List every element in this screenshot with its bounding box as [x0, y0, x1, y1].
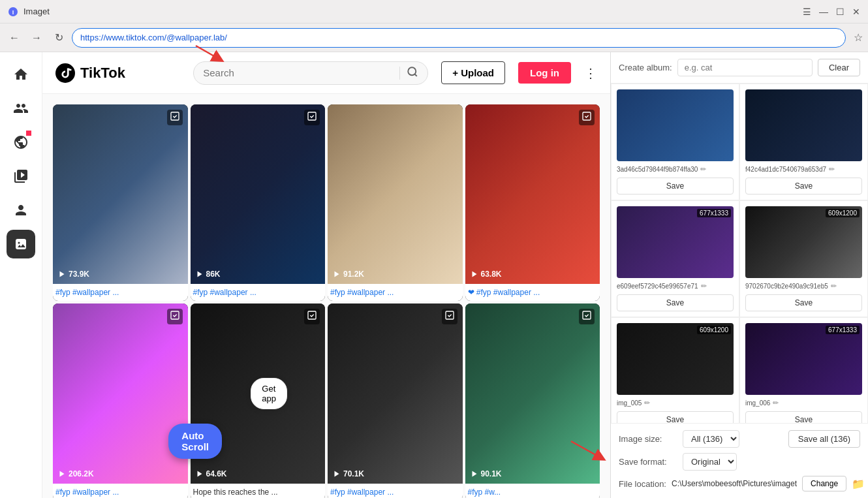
- right-panel-footer: Image size: All (136) Save all (136) Sav…: [611, 423, 868, 498]
- edit-icon[interactable]: ✏: [644, 399, 650, 407]
- change-path-button[interactable]: Change: [802, 476, 846, 491]
- image-size-badge: 609x1200: [697, 326, 731, 334]
- video-thumbnail: 91.2K: [328, 104, 463, 284]
- video-thumbnail: 90.1K: [465, 303, 600, 483]
- auto-scroll-button[interactable]: Auto Scroll: [168, 424, 222, 459]
- image-id: 9702670c9b2e490a9c91eb5 ✏: [745, 282, 862, 290]
- right-panel-header: Create album: Clear: [611, 52, 868, 84]
- video-thumbnail: 206.2K: [53, 303, 188, 483]
- right-image-thumbnail: 677x1333: [617, 206, 734, 278]
- save-image-button[interactable]: Save: [745, 411, 862, 423]
- right-image-thumbnail: 677x1333: [745, 323, 862, 395]
- get-app-button[interactable]: Get app: [251, 378, 287, 409]
- video-card[interactable]: 90.1K #fyp #w...: [465, 303, 600, 498]
- right-image-thumbnail: [617, 89, 734, 161]
- save-overlay[interactable]: [167, 110, 183, 125]
- album-input[interactable]: [677, 59, 813, 76]
- folder-icon[interactable]: 📁: [852, 478, 865, 490]
- save-image-button[interactable]: Save: [745, 178, 862, 195]
- save-image-button[interactable]: Save: [617, 294, 734, 311]
- video-views: 91.2K: [333, 270, 364, 279]
- edit-icon[interactable]: ✏: [701, 282, 707, 290]
- sidebar-item-home[interactable]: [7, 60, 35, 89]
- svg-text:I: I: [12, 9, 14, 16]
- video-card[interactable]: 63.8K ❤ #fyp #wallpaper ...: [465, 104, 600, 301]
- svg-rect-10: [308, 112, 316, 120]
- image-size-row: Image size: All (136) Save all (136): [619, 430, 860, 448]
- url-bar[interactable]: https://www.tiktok.com/@wallpaper.lab/: [72, 28, 846, 48]
- search-input[interactable]: [203, 67, 393, 78]
- svg-point-5: [55, 63, 75, 83]
- upload-button[interactable]: + Upload: [441, 61, 505, 84]
- video-card[interactable]: 73.9K #fyp #wallpaper ...: [53, 104, 188, 301]
- main-content: TikTok + Upload Log in ⋮ 73.9: [0, 52, 868, 498]
- more-options-icon[interactable]: ⋮: [584, 65, 597, 81]
- close-button[interactable]: ✕: [852, 7, 860, 17]
- back-button[interactable]: ←: [5, 29, 23, 47]
- video-card[interactable]: 70.1K #fyp #wallpaper ...: [328, 303, 463, 498]
- right-image-thumbnail: [745, 89, 862, 161]
- video-card[interactable]: 91.2K #fyp #wallpaper ...: [328, 104, 463, 301]
- video-caption: #fyp #w...: [465, 484, 600, 498]
- right-image-item: 677x1333 e609eef5729c45e99657e71 ✏ Save: [611, 200, 739, 317]
- video-card[interactable]: 86K #fyp #wallpaper ...: [191, 104, 326, 301]
- save-overlay[interactable]: [442, 309, 457, 324]
- save-overlay[interactable]: [304, 309, 320, 324]
- maximize-button[interactable]: ☐: [836, 7, 845, 17]
- image-size-label: Image size:: [619, 434, 677, 444]
- app-icon: I: [8, 7, 18, 17]
- save-overlay[interactable]: [579, 309, 595, 324]
- edit-icon[interactable]: ✏: [831, 282, 837, 290]
- forward-button[interactable]: →: [27, 29, 46, 47]
- right-image-item: 609x1200 9702670c9b2e490a9c91eb5 ✏ Save: [739, 200, 868, 317]
- search-icon[interactable]: [407, 66, 418, 80]
- sidebar-item-live[interactable]: [7, 162, 35, 191]
- right-panel: Create album: Clear 3ad46c5d79844f9b874f…: [610, 52, 868, 498]
- save-image-button[interactable]: Save: [617, 178, 734, 195]
- image-size-badge: 609x1200: [826, 209, 860, 217]
- save-format-row: Save format: Original: [619, 453, 860, 471]
- video-thumbnail: 73.9K: [53, 104, 188, 284]
- save-overlay[interactable]: [579, 110, 595, 125]
- image-size-badge: 677x1333: [826, 326, 860, 334]
- video-card[interactable]: 206.2K #fyp #wallpaper ...: [53, 303, 188, 498]
- save-overlay[interactable]: [304, 110, 320, 125]
- image-id: 3ad46c5d79844f9b874ffa30 ✏: [617, 165, 734, 174]
- svg-rect-21: [583, 311, 591, 319]
- file-location-row: File location: C:\Users\mobeesoft\Pictur…: [619, 476, 860, 491]
- edit-icon[interactable]: ✏: [829, 165, 835, 174]
- sidebar-item-profile[interactable]: [7, 196, 35, 225]
- menu-icon[interactable]: ☰: [803, 7, 811, 17]
- svg-marker-22: [472, 471, 476, 476]
- sidebar-item-friends[interactable]: [7, 94, 35, 123]
- video-views: 206.2K: [58, 469, 94, 478]
- video-caption: #fyp #wallpaper ...: [328, 284, 463, 301]
- right-image-item: 677x1333 img_006 ✏ Save: [739, 317, 868, 423]
- svg-line-7: [415, 74, 417, 76]
- video-views: 63.8K: [471, 270, 502, 279]
- save-format-select[interactable]: Original: [683, 453, 737, 471]
- clear-button[interactable]: Clear: [818, 59, 860, 76]
- svg-rect-17: [308, 311, 316, 319]
- image-id: img_005 ✏: [617, 399, 734, 407]
- window-controls[interactable]: ☰ — ☐ ✕: [803, 7, 860, 17]
- save-image-button[interactable]: Save: [617, 411, 734, 423]
- sidebar-item-explore[interactable]: [7, 128, 35, 157]
- sidebar-item-imaget[interactable]: [7, 230, 35, 258]
- save-image-button[interactable]: Save: [745, 294, 862, 311]
- save-overlay[interactable]: [167, 309, 183, 324]
- create-album-label: Create album:: [619, 63, 672, 72]
- save-all-button[interactable]: Save all (136): [788, 430, 860, 448]
- login-button[interactable]: Log in: [518, 62, 571, 84]
- bookmark-icon[interactable]: ☆: [854, 31, 863, 44]
- edit-icon[interactable]: ✏: [773, 399, 779, 407]
- tiktok-logo-icon: [55, 63, 75, 83]
- image-size-select[interactable]: All (136): [683, 430, 739, 448]
- file-path: C:\Users\mobeesoft\Pictures\imaget: [672, 479, 797, 488]
- svg-point-6: [408, 67, 416, 75]
- title-bar: I Imaget ☰ — ☐ ✕: [0, 0, 868, 23]
- minimize-button[interactable]: —: [819, 7, 828, 17]
- svg-marker-16: [60, 471, 65, 476]
- edit-icon[interactable]: ✏: [700, 165, 706, 174]
- refresh-button[interactable]: ↻: [50, 29, 68, 47]
